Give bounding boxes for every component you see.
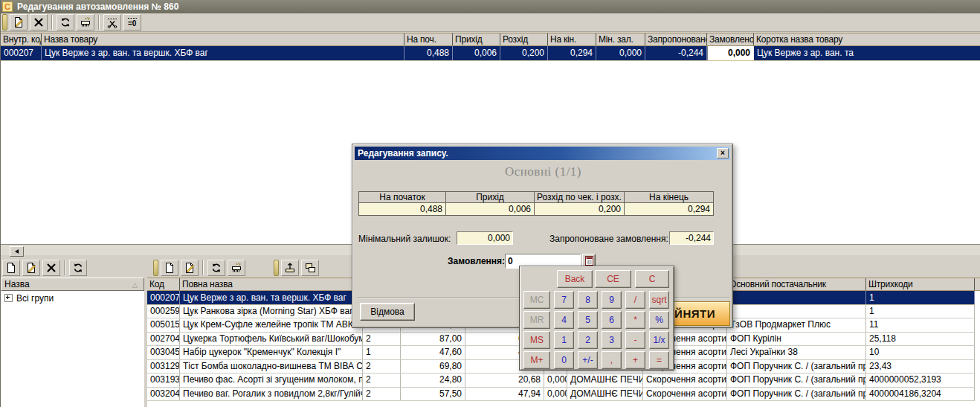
cell[interactable]: ДОМАШНЄ ПЕЧИВ [567,388,643,401]
new-document-button[interactable] [161,260,178,276]
cell[interactable]: Лесі Українки 38 [727,346,866,359]
column-header[interactable]: Внутр. код [1,33,42,45]
tree-header[interactable]: Назва △ [1,278,144,291]
column-header[interactable]: Основний постачальник [727,278,866,290]
calc-button-%[interactable]: % [649,311,669,329]
ordered-qty-editor[interactable]: 0,000 [707,46,754,60]
calc-button-6[interactable]: 6 [602,311,622,329]
refresh-button[interactable] [207,260,225,276]
copy-boxes-button[interactable] [301,260,319,276]
order-grid-selected-row[interactable]: 000207Цук Верже з ар. ван. та вершк. ХБФ… [1,46,980,61]
cell[interactable]: 57,50 [401,388,465,401]
cell[interactable]: 003204 [147,388,180,401]
calc-button--[interactable]: - [625,331,645,349]
cell[interactable]: 003045 [147,346,180,359]
cell[interactable]: 11 [866,318,975,332]
tree-item-all-groups[interactable]: Всі групи [1,291,144,304]
cell[interactable]: ФОП Поручник С. / (загальний прай [727,360,866,374]
table-row[interactable]: 003204Печиво ваг. Рогалик з повидлом 2,8… [147,388,975,402]
calc-button-c[interactable]: C [635,270,669,288]
cell[interactable]: 2 [363,374,401,387]
cell[interactable]: 003129 [147,360,180,374]
cell[interactable]: 4000000052,3193 [866,374,975,387]
calc-button-7[interactable]: 7 [554,291,574,309]
new-document-button[interactable] [2,260,20,276]
calc-button-back[interactable]: Back [557,270,593,288]
cut-row-button[interactable] [103,14,121,31]
edit-document-button[interactable] [10,14,28,31]
close-icon[interactable]: × [717,148,729,158]
dialog-titlebar[interactable]: Редагування запису. × [355,147,730,160]
cell[interactable]: 0,200 [500,46,548,60]
refresh-button[interactable] [57,14,74,31]
cell[interactable]: Цукерка Тортюфель Київський ваг/Шокобум/ [180,333,363,346]
cell[interactable]: 1 [866,305,975,318]
cell[interactable]: 0,488 [404,46,453,60]
delete-button[interactable] [42,260,60,276]
delete-button[interactable] [30,14,48,31]
cell[interactable]: Цук Верже з ар. ван. та [754,46,980,60]
cell[interactable]: 87,00 [401,333,465,346]
cell[interactable]: 10 [866,346,975,359]
calc-button-8[interactable]: 8 [578,291,598,309]
table-row[interactable]: 003193Печиво фас. Асорті зі згущеним мол… [147,374,975,388]
cell[interactable]: 000207 [1,46,42,60]
cell[interactable]: 0,000 [596,46,645,60]
cell[interactable]: 24,80 [401,374,465,387]
cell[interactable]: 005015 [147,318,180,332]
cell[interactable]: 003193 [147,374,180,387]
calc-button-5[interactable]: 5 [578,311,598,329]
calc-button-ce[interactable]: CE [595,270,631,288]
column-header[interactable]: Коротка назва товару [754,33,980,45]
cell[interactable]: 0,006 [453,46,500,60]
cell[interactable]: 000259 [147,305,180,318]
cell[interactable]: 2 [363,360,401,374]
toolbar-grip[interactable] [2,14,7,31]
calc-button-4[interactable]: 4 [554,311,574,329]
calc-button-MS[interactable]: MS [523,331,550,349]
cell[interactable]: 0,000 [544,388,567,401]
cell[interactable]: Печиво ваг. Рогалик з повидлом 2,8кг/Гул… [180,388,363,401]
cell[interactable]: 69,80 [401,360,465,374]
column-header[interactable]: Замовлено [707,33,754,45]
fill-grid-button[interactable] [228,260,245,276]
window-titlebar[interactable]: C Редагування автозамовлення № 860 [1,0,980,13]
column-header[interactable]: На кін. [548,33,596,45]
calc-button-+[interactable]: + [625,351,645,369]
cell[interactable]: Тіст Бомба шоколадно-вишнева ТМ ВІВА Сма… [180,360,363,374]
column-header[interactable]: Мін. зал. [596,33,645,45]
cell[interactable] [727,305,866,318]
equals-zero-button[interactable]: =0 [123,14,141,31]
cell[interactable]: Набір цукерок "Кременчук" Колекція І" [180,346,363,359]
calc-button-/[interactable]: / [625,291,645,309]
column-header[interactable]: Повна назва [180,278,363,290]
calc-button-0[interactable]: 0 [554,351,574,369]
calc-button-9[interactable]: 9 [602,291,622,309]
proposed-order-field[interactable]: -0,244 [669,231,714,245]
calc-button-,[interactable]: , [602,351,622,369]
cell[interactable]: 002704 [147,333,180,346]
calc-button-=[interactable]: = [649,351,669,369]
cell[interactable]: ФОП Курілін [727,333,866,346]
cell[interactable]: ФОП Поручник С. / (загальний прай [727,374,866,387]
edit-document-button[interactable] [181,260,199,276]
cell[interactable]: 2 [363,333,401,346]
cell[interactable]: 47,60 [401,346,465,359]
column-header[interactable]: Розхід [500,33,548,45]
expand-icon[interactable] [4,294,13,302]
cell[interactable]: ДОМАШНЄ ПЕЧИВ [567,374,643,387]
calc-button-M+[interactable]: M+ [523,351,550,369]
export-box-button[interactable] [281,260,299,276]
calc-button-*[interactable]: * [625,311,645,329]
cell[interactable]: 1 [866,291,975,304]
column-header[interactable]: На поч. [404,33,453,45]
column-header[interactable]: Штрихкоди [866,278,975,290]
calc-button-1/x[interactable]: 1/x [649,331,669,349]
cell[interactable]: 000207 [147,291,180,304]
cell[interactable]: ФОП Поручник С. / (загальний прай [727,388,866,401]
scroll-left-button[interactable] [10,246,24,257]
calc-button-3[interactable]: 3 [602,331,622,349]
column-header[interactable]: Назва товару [42,33,404,45]
calc-button-+/-[interactable]: +/- [578,351,598,369]
edit-document-button[interactable] [22,260,40,276]
